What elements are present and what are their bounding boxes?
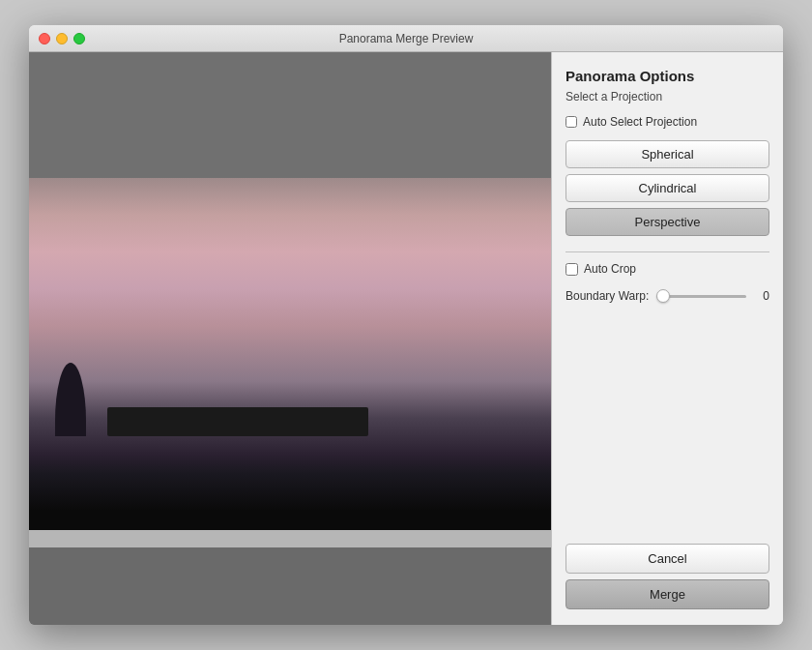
spherical-button[interactable]: Spherical xyxy=(566,140,769,168)
panorama-preview xyxy=(29,178,551,547)
preview-bottom-bar xyxy=(29,547,551,625)
action-buttons: Cancel Merge xyxy=(566,544,769,609)
preview-top-bar xyxy=(29,52,551,178)
panel-spacer xyxy=(566,316,769,544)
panel-subtitle: Select a Projection xyxy=(566,90,769,103)
divider-1 xyxy=(566,251,769,252)
boundary-warp-row: Boundary Warp: 0 xyxy=(566,289,769,303)
options-panel: Panorama Options Select a Projection Aut… xyxy=(551,52,783,625)
minimize-button[interactable] xyxy=(56,33,68,44)
boundary-warp-slider-container xyxy=(656,295,746,298)
boundary-warp-slider[interactable] xyxy=(656,295,746,298)
maximize-button[interactable] xyxy=(73,33,85,44)
cylindrical-button[interactable]: Cylindrical xyxy=(566,174,769,202)
auto-crop-label: Auto Crop xyxy=(584,262,636,276)
close-button[interactable] xyxy=(39,33,50,44)
auto-crop-checkbox[interactable] xyxy=(566,263,578,276)
cancel-button[interactable]: Cancel xyxy=(566,544,769,574)
titlebar: Panorama Merge Preview xyxy=(29,25,783,52)
panel-title: Panorama Options xyxy=(566,68,769,84)
main-window: Panorama Merge Preview Panorama Options … xyxy=(29,25,783,625)
perspective-button[interactable]: Perspective xyxy=(566,208,769,236)
panorama-image xyxy=(29,178,551,547)
auto-select-label: Auto Select Projection xyxy=(583,115,697,129)
auto-crop-row: Auto Crop xyxy=(566,262,769,276)
window-title: Panorama Merge Preview xyxy=(339,32,474,45)
auto-select-row: Auto Select Projection xyxy=(566,115,769,129)
merge-button[interactable]: Merge xyxy=(566,579,769,609)
window-controls xyxy=(39,33,85,44)
boundary-warp-label: Boundary Warp: xyxy=(566,289,649,303)
boundary-warp-value: 0 xyxy=(754,289,769,303)
panorama-seam xyxy=(29,530,551,547)
auto-select-checkbox[interactable] xyxy=(566,116,577,128)
preview-area xyxy=(29,52,551,625)
main-content: Panorama Options Select a Projection Aut… xyxy=(29,52,783,625)
